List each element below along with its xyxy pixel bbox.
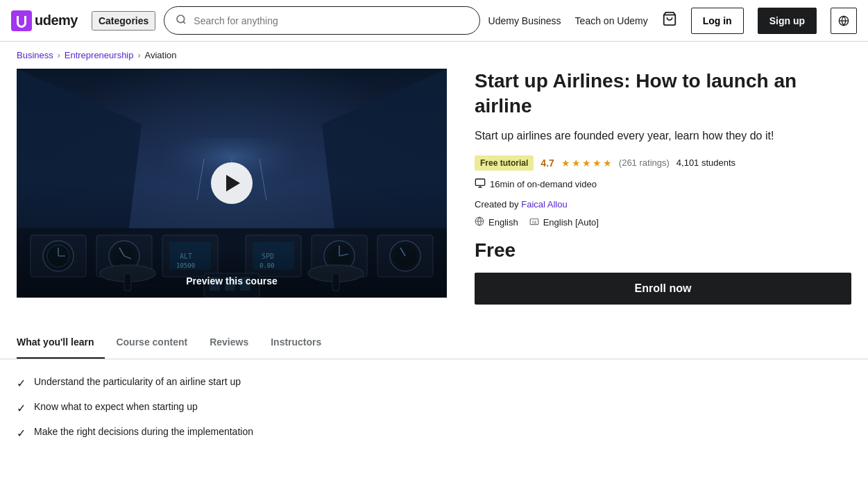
check-icon-3: ✓: [17, 427, 26, 440]
logo-text: udemy: [35, 12, 78, 28]
check-icon-1: ✓: [17, 377, 26, 390]
learn-text-3: Make the right decisions during the impl…: [34, 426, 253, 437]
breadcrumb-entrepreneurship[interactable]: Entrepreneurship: [65, 50, 134, 60]
login-button[interactable]: Log in: [691, 8, 744, 34]
play-icon: [226, 175, 240, 191]
globe-icon: [838, 15, 849, 26]
tabs: What you'll learn Course content Reviews…: [17, 327, 851, 359]
learn-text-2: Know what to expect when starting up: [34, 401, 198, 412]
star-4: ★: [593, 157, 602, 169]
learn-section: ✓ Understand the particularity of an air…: [0, 359, 868, 440]
course-subtitle: Start up airlines are founded every year…: [475, 128, 851, 144]
categories-button[interactable]: Categories: [92, 11, 155, 31]
captions-item: English [Auto]: [529, 216, 599, 228]
rating-number: 4.7: [541, 157, 554, 169]
breadcrumb: Business › Entrepreneurship › Aviation: [0, 42, 868, 69]
course-info: Start up Airlines: How to launch an airl…: [447, 69, 851, 305]
svg-rect-46: [475, 179, 484, 185]
video-duration: 16min of on-demand video: [490, 179, 597, 189]
captions-text: English [Auto]: [543, 217, 599, 228]
tab-instructors[interactable]: Instructors: [259, 327, 332, 359]
learn-text-1: Understand the particularity of an airli…: [34, 376, 241, 387]
created-by: Created by Faical Allou: [475, 199, 851, 210]
svg-rect-51: [530, 219, 538, 224]
search-icon: [176, 14, 187, 27]
star-1: ★: [561, 157, 570, 169]
list-item: ✓ Understand the particularity of an air…: [17, 376, 851, 390]
star-3: ★: [582, 157, 591, 169]
language-selector-button[interactable]: [831, 8, 857, 34]
preview-text: Preview this course: [186, 275, 278, 287]
language-item: English: [475, 216, 518, 228]
search-bar: [164, 6, 479, 35]
monitor-icon: [475, 178, 486, 191]
nav-teach[interactable]: Teach on Udemy: [575, 15, 648, 26]
course-title: Start up Airlines: How to launch an airl…: [475, 69, 851, 119]
video-thumbnail[interactable]: ALT 10500 SPD 0.00: [17, 69, 447, 298]
list-item: ✓ Know what to expect when starting up: [17, 401, 851, 415]
price: Free: [475, 239, 851, 262]
tabs-section: What you'll learn Course content Reviews…: [0, 327, 868, 359]
rating-count: (261 ratings): [619, 157, 670, 168]
breadcrumb-sep-1: ›: [58, 51, 60, 60]
globe-icon-lang: [475, 216, 484, 228]
star-2: ★: [572, 157, 581, 169]
created-by-label: Created by: [475, 199, 519, 210]
signup-button[interactable]: Sign up: [758, 8, 817, 34]
nav-links: Udemy Business Teach on Udemy Log in Sig…: [488, 8, 857, 34]
svg-point-1: [177, 15, 185, 23]
nav-udemy-business[interactable]: Udemy Business: [488, 15, 561, 26]
captions-icon: [529, 216, 539, 228]
free-badge: Free tutorial: [475, 155, 534, 171]
tab-course-content[interactable]: Course content: [105, 327, 198, 359]
logo[interactable]: udemy: [11, 10, 78, 31]
breadcrumb-sep-2: ›: [137, 51, 140, 60]
main-content: ALT 10500 SPD 0.00: [0, 69, 868, 305]
language-text: English: [488, 217, 518, 228]
search-input[interactable]: [194, 15, 468, 26]
list-item: ✓ Make the right decisions during the im…: [17, 426, 851, 440]
instructor-link[interactable]: Faical Allou: [521, 199, 567, 210]
course-meta: Free tutorial 4.7 ★ ★ ★ ★ ★ (261 ratings…: [475, 155, 851, 191]
svg-rect-0: [11, 10, 32, 31]
cart-button[interactable]: [662, 11, 677, 31]
header: udemy Categories Udemy Business Teach on…: [0, 0, 868, 42]
tab-reviews[interactable]: Reviews: [198, 327, 259, 359]
students-count: 4,101 students: [676, 157, 735, 168]
breadcrumb-business[interactable]: Business: [17, 50, 53, 60]
enroll-button[interactable]: Enroll now: [475, 273, 851, 305]
logo-icon: [11, 10, 32, 31]
breadcrumb-aviation: Aviation: [144, 50, 176, 60]
play-button[interactable]: [211, 162, 253, 204]
star-half: ★: [603, 157, 612, 169]
tab-what-youll-learn[interactable]: What you'll learn: [17, 327, 105, 359]
video-section: ALT 10500 SPD 0.00: [17, 69, 447, 305]
star-rating: ★ ★ ★ ★ ★: [561, 157, 612, 169]
language-meta: English English [Auto]: [475, 216, 851, 228]
video-meta: 16min of on-demand video: [475, 178, 597, 191]
check-icon-2: ✓: [17, 402, 26, 415]
cart-icon: [662, 11, 677, 26]
